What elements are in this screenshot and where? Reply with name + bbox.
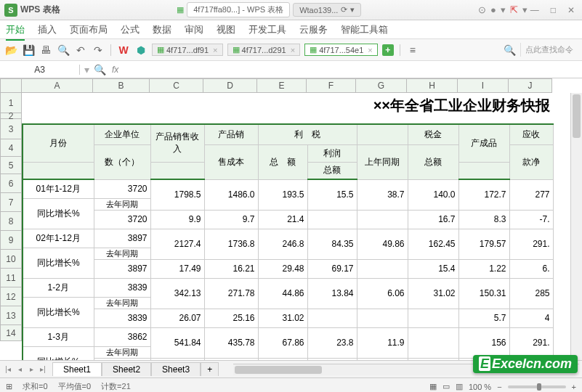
row-header[interactable]: 7	[0, 193, 22, 212]
period-label: 01年1-12月	[23, 179, 94, 198]
menu-data[interactable]: 数据	[153, 23, 171, 36]
wps-icon[interactable]: W	[117, 44, 130, 57]
menu-review[interactable]: 审阅	[185, 23, 203, 36]
dropdown-icon[interactable]: ▾	[501, 4, 506, 15]
close-icon[interactable]: ×	[368, 46, 372, 54]
row-header[interactable]: 5	[0, 157, 22, 174]
row-header[interactable]: 8	[0, 212, 22, 231]
col-header[interactable]: G	[356, 78, 407, 93]
command-search[interactable]: 点此查找命令	[520, 43, 578, 57]
app-logo: S	[4, 4, 17, 17]
document-tabs: ▦ 4f717ffa80...] - WPS 表格 Wtao139...⟳▾	[60, 2, 478, 17]
row-header[interactable]: 14	[0, 325, 22, 341]
save-icon[interactable]: 💾	[22, 44, 35, 57]
nav-last-icon[interactable]: ▸|	[38, 365, 48, 373]
sheet-tab-2[interactable]: Sheet2	[102, 362, 151, 376]
menu-cloud[interactable]: 云服务	[299, 23, 328, 36]
report-title: ××年全省工业企业财务快报	[23, 93, 553, 118]
close-button[interactable]: ✕	[565, 5, 578, 15]
col-header[interactable]: H	[407, 78, 458, 93]
row-header[interactable]: 13	[0, 306, 22, 325]
add-sheet-button[interactable]: +	[201, 362, 219, 376]
col-header[interactable]: A	[22, 78, 93, 93]
find-icon[interactable]: 🔍	[93, 63, 106, 76]
row-header[interactable]: 6	[0, 174, 22, 193]
outline-icon[interactable]: ⊞	[6, 382, 12, 391]
skin-icon[interactable]: ●	[490, 4, 496, 15]
zoom-in-button[interactable]: +	[572, 383, 576, 391]
vertical-scrollbar[interactable]	[570, 93, 582, 360]
row-header[interactable]: 4	[0, 139, 22, 157]
doc-tab-2[interactable]: Wtao139...⟳▾	[293, 3, 361, 17]
row-header[interactable]: 2	[0, 113, 22, 119]
close-icon[interactable]: ×	[213, 46, 217, 54]
expand-icon[interactable]: ⇱	[510, 4, 518, 15]
row-header[interactable]: 3	[0, 119, 22, 139]
print-icon[interactable]: 🖶	[39, 44, 52, 57]
col-header[interactable]: E	[257, 78, 307, 93]
zoom-thumb[interactable]	[537, 383, 541, 391]
nav-first-icon[interactable]: |◂	[3, 365, 13, 373]
add-tab-button[interactable]: +	[382, 44, 394, 56]
scroll-thumb[interactable]	[573, 94, 581, 138]
col-header[interactable]: B	[93, 78, 150, 93]
file-tab-1[interactable]: ▦4f717...df91×	[152, 44, 223, 56]
hdr-profit: 利润	[307, 144, 357, 162]
col-header[interactable]: I	[458, 78, 509, 93]
zoom-level[interactable]: 100 %	[469, 383, 491, 391]
sync-icon[interactable]: ⊙	[478, 4, 486, 15]
col-header[interactable]: C	[150, 78, 203, 93]
view-break-icon[interactable]: ▥	[456, 382, 463, 391]
sheet-tab-1[interactable]: Sheet1	[52, 362, 102, 376]
status-count: 计数=21	[101, 381, 131, 392]
file-tab-3[interactable]: ▦4f717...54e1×	[304, 44, 378, 56]
sheet-tab-3[interactable]: Sheet3	[151, 362, 201, 376]
preview-icon[interactable]: 🔍	[57, 44, 70, 57]
col-header[interactable]: D	[203, 78, 257, 93]
file-tab-2[interactable]: ▦4f717...d291×	[227, 44, 301, 56]
hdr-total: 总 额	[258, 144, 307, 179]
select-all-corner[interactable]	[0, 78, 22, 93]
dropdown-icon[interactable]: ▾	[522, 4, 528, 15]
name-box[interactable]: A3	[0, 65, 80, 75]
row-header[interactable]: 9	[0, 231, 22, 250]
col-header[interactable]: J	[509, 78, 552, 93]
menu-dev[interactable]: 开发工具	[248, 23, 286, 36]
menu-view[interactable]: 视图	[217, 23, 235, 36]
menu-insert[interactable]: 插入	[38, 23, 57, 36]
hdr-taxamt: 税金	[408, 124, 458, 144]
menu-smart[interactable]: 智能工具箱	[341, 23, 388, 36]
row-header[interactable]: 11	[0, 269, 22, 287]
col-header[interactable]: F	[307, 78, 356, 93]
row-header[interactable]: 10	[0, 250, 22, 269]
scroll-thumb[interactable]	[235, 366, 322, 374]
open-icon[interactable]: 📂	[4, 44, 17, 57]
undo-icon[interactable]: ↶	[74, 44, 87, 57]
cube-icon[interactable]: ⬢	[134, 44, 147, 57]
cells[interactable]: ××年全省工业企业财务快报 月份 企业单位 产品销售收入 产品销 利 税 税金 …	[22, 93, 554, 360]
fx-label[interactable]: fx	[106, 65, 124, 75]
close-icon[interactable]: ×	[291, 46, 295, 54]
menu-icon[interactable]: ≡	[406, 44, 419, 57]
hdr-tax: 利 税	[258, 124, 357, 144]
view-normal-icon[interactable]: ▦	[429, 382, 437, 391]
row-header[interactable]: 12	[0, 287, 22, 306]
watermark: EExcelcn.com	[473, 355, 578, 373]
nav-prev-icon[interactable]: ◂	[15, 365, 25, 373]
name-dropdown-icon[interactable]: ▾	[80, 63, 93, 76]
menu-start[interactable]: 开始	[6, 23, 25, 41]
nav-next-icon[interactable]: ▸	[26, 365, 36, 373]
maximize-button[interactable]: □	[548, 5, 559, 15]
sync-icon: ⟳	[341, 5, 347, 15]
zoom-out-button[interactable]: −	[497, 383, 501, 391]
doc-tab-1[interactable]: 4f717ffa80...] - WPS 表格	[187, 2, 290, 17]
sheet-nav: |◂ ◂ ▸ ▸|	[3, 365, 48, 373]
menu-formula[interactable]: 公式	[121, 23, 140, 36]
zoom-slider[interactable]	[508, 385, 566, 388]
redo-icon[interactable]: ↷	[92, 44, 105, 57]
view-page-icon[interactable]: ▭	[442, 382, 450, 391]
hdr-finished: 产成品	[458, 124, 509, 162]
menu-layout[interactable]: 页面布局	[70, 23, 108, 36]
search-icon[interactable]: 🔍	[503, 44, 516, 57]
minimize-button[interactable]: —	[528, 5, 542, 15]
